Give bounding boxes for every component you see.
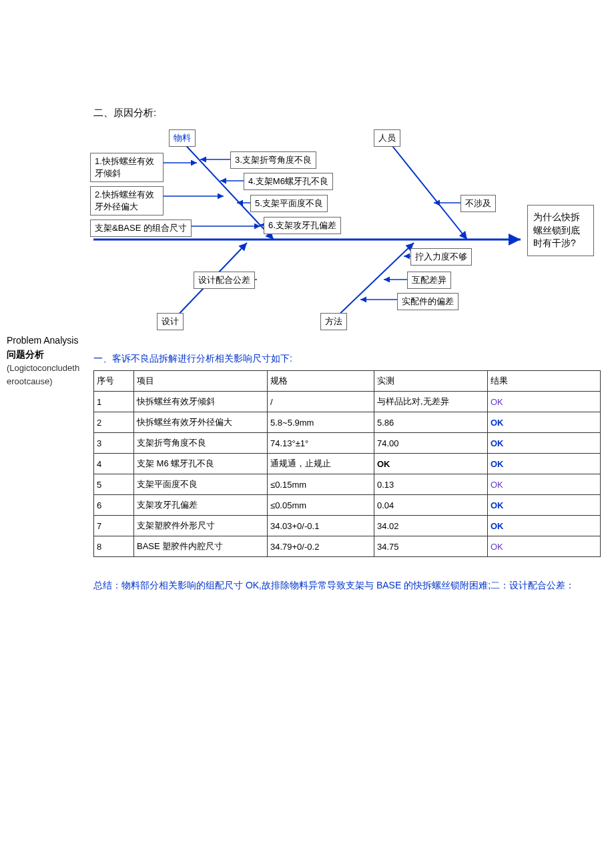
cell-spec: 5.8~5.9mm [268, 412, 374, 433]
section2-header: 二、原因分析: [93, 107, 607, 119]
branch-material-2: 2.快拆螺丝有效牙外径偏大 [90, 186, 164, 215]
page-container: Problem Analysis问题分析 (Logictoconcludethe… [0, 0, 614, 620]
cell-spec: 74.13°±1° [268, 433, 374, 454]
cell-measured: 5.86 [374, 412, 488, 433]
cell-item: 支架平面度不良 [134, 474, 268, 495]
cell-result: OK [488, 495, 601, 516]
cell-seq: 6 [94, 495, 134, 516]
table-header-row: 序号 项目 规格 实测 结果 [94, 371, 601, 392]
branch-material-4: 4.支架M6螺牙孔不良 [244, 173, 333, 190]
table-row: 5支架平面度不良≤0.15mm0.13OK [94, 474, 601, 495]
cell-measured: 74.00 [374, 433, 488, 454]
cell-spec: / [268, 392, 374, 412]
branch-material-1: 1.快拆螺丝有效牙倾斜 [90, 153, 164, 182]
cell-spec: 34.03+0/-0.1 [268, 516, 374, 536]
branch-material-5: 5.支架平面度不良 [250, 195, 328, 212]
fishbone-diagram: 物料 人员 设计 方法 1.快拆螺丝有效牙倾斜 2.快拆螺丝有效牙外径偏大 支架… [93, 126, 594, 340]
branch-material-7: 支架&BASE 的组合尺寸 [90, 220, 192, 237]
cell-spec: ≤0.15mm [268, 474, 374, 495]
subsection1-header: 一、客诉不良品拆解进行分析相关影响尺寸如下: [93, 353, 607, 365]
cell-measured: 与样品比对,无差异 [374, 392, 488, 412]
cell-item: 支架攻牙孔偏差 [134, 495, 268, 516]
th-measured: 实测 [374, 371, 488, 392]
problem-statement: 为什么快拆螺丝锁到底时有干涉? [527, 205, 594, 256]
pa-en: Problem Analysis [7, 335, 78, 346]
svg-line-2 [387, 139, 467, 240]
table-row: 3支架折弯角度不良74.13°±1°74.00OK [94, 433, 601, 454]
cell-item: 快拆螺丝有效牙倾斜 [134, 392, 268, 412]
table-row: 1快拆螺丝有效牙倾斜/与样品比对,无差异OK [94, 392, 601, 412]
category-material: 物料 [169, 129, 196, 147]
pa-cn: 问题分析 [7, 349, 44, 360]
cell-seq: 1 [94, 392, 134, 412]
category-personnel: 人员 [374, 129, 400, 147]
cell-spec: 34.79+0/-0.2 [268, 536, 374, 557]
cell-measured: 0.04 [374, 495, 488, 516]
branch-design-1: 设计配合公差 [194, 272, 255, 289]
sidebar: Problem Analysis问题分析 (Logictoconcludethe… [7, 107, 87, 594]
th-item: 项目 [134, 371, 268, 392]
cell-item: 支架塑胶件外形尺寸 [134, 516, 268, 536]
cell-measured: 0.13 [374, 474, 488, 495]
cell-spec: 通规通，止规止 [268, 454, 374, 474]
branch-method-2: 互配差异 [407, 272, 451, 289]
summary-text: 总结：物料部分相关影响的组配尺寸 OK,故排除物料异常导致支架与 BASE 的快… [93, 577, 607, 594]
cell-seq: 5 [94, 474, 134, 495]
cell-spec: ≤0.05mm [268, 495, 374, 516]
cell-seq: 4 [94, 454, 134, 474]
cell-measured: 34.75 [374, 536, 488, 557]
cell-seq: 8 [94, 536, 134, 557]
table-row: 2快拆螺丝有效牙外径偏大5.8~5.9mm5.86OK [94, 412, 601, 433]
cell-seq: 7 [94, 516, 134, 536]
th-result: 结果 [488, 371, 601, 392]
main-content: 二、原因分析: [87, 107, 607, 594]
table-row: 8BASE 塑胶件内腔尺寸34.79+0/-0.234.75OK [94, 536, 601, 557]
cell-seq: 2 [94, 412, 134, 433]
cell-result: OK [488, 516, 601, 536]
cell-result: OK [488, 433, 601, 454]
cell-item: 支架折弯角度不良 [134, 433, 268, 454]
table-row: 4支架 M6 螺牙孔不良通规通，止规止OKOK [94, 454, 601, 474]
cell-measured: 34.02 [374, 516, 488, 536]
cell-seq: 3 [94, 433, 134, 454]
category-design: 设计 [157, 313, 184, 330]
branch-material-3: 3.支架折弯角度不良 [230, 151, 316, 169]
cell-result: OK [488, 536, 601, 557]
table-body: 1快拆螺丝有效牙倾斜/与样品比对,无差异OK2快拆螺丝有效牙外径偏大5.8~5.… [94, 392, 601, 557]
table-row: 7支架塑胶件外形尺寸34.03+0/-0.134.02OK [94, 516, 601, 536]
branch-material-6: 6.支架攻牙孔偏差 [264, 217, 341, 234]
cell-item: 快拆螺丝有效牙外径偏大 [134, 412, 268, 433]
problem-analysis-label: Problem Analysis问题分析 [7, 334, 80, 362]
cell-result: OK [488, 454, 601, 474]
branch-personnel-1: 不涉及 [460, 195, 496, 212]
cell-measured: OK [374, 454, 488, 474]
cell-result: OK [488, 474, 601, 495]
analysis-table: 序号 项目 规格 实测 结果 1快拆螺丝有效牙倾斜/与样品比对,无差异OK2快拆… [93, 370, 601, 557]
category-method: 方法 [320, 313, 347, 330]
logic-subtitle: (Logictoconcludetherootcause) [7, 362, 80, 388]
table-row: 6支架攻牙孔偏差≤0.05mm0.04OK [94, 495, 601, 516]
cell-item: BASE 塑胶件内腔尺寸 [134, 536, 268, 557]
cell-result: OK [488, 392, 601, 412]
cell-item: 支架 M6 螺牙孔不良 [134, 454, 268, 474]
cell-result: OK [488, 412, 601, 433]
branch-method-1: 拧入力度不够 [410, 248, 472, 266]
th-spec: 规格 [268, 371, 374, 392]
branch-method-3: 实配件的偏差 [397, 293, 458, 310]
th-seq: 序号 [94, 371, 134, 392]
